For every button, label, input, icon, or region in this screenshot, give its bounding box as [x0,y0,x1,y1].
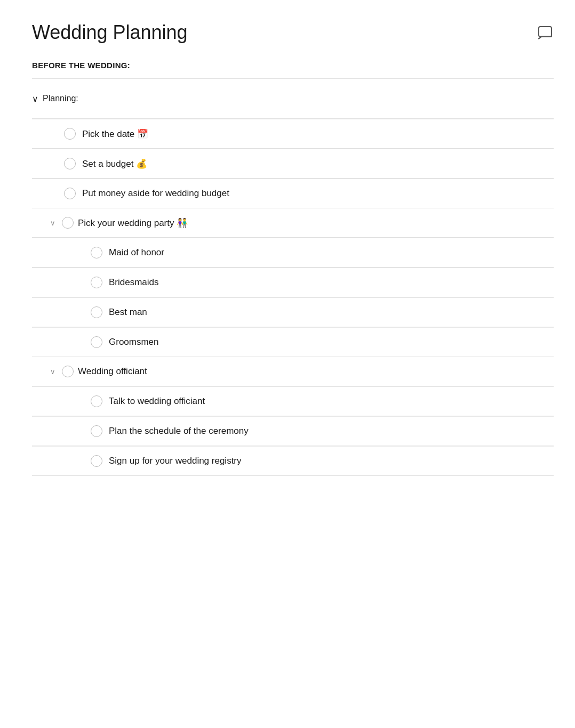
task-checkbox-plan-schedule[interactable] [91,425,102,437]
task-label-wedding-party: Pick your wedding party 👫 [78,217,188,229]
task-maid-of-honor: Maid of honor [32,238,554,267]
svg-rect-0 [539,27,552,37]
task-signup-registry: Sign up for your wedding registry [32,446,554,475]
task-label-bridesmaids: Bridesmaids [109,277,159,288]
page-header: Wedding Planning [32,21,554,44]
task-label-put-money: Put money aside for wedding budget [82,188,229,199]
task-label-talk-officiant: Talk to wedding officiant [109,396,205,407]
task-checkbox-talk-officiant[interactable] [91,395,102,407]
task-checkbox-pick-date[interactable] [64,128,76,140]
comment-icon[interactable] [537,21,554,44]
task-set-budget: Set a budget 💰 [32,149,554,178]
task-label-maid-honor: Maid of honor [109,247,164,258]
task-pick-date: Pick the date 📅 [32,119,554,148]
task-checkbox-best-man[interactable] [91,306,102,318]
task-checkbox-wedding-party[interactable] [62,217,74,229]
section-label-before-wedding: BEFORE THE WEDDING: [32,61,554,70]
task-groomsmen: Groomsmen [32,327,554,357]
task-label-officiant: Wedding officiant [78,366,147,377]
task-checkbox-put-money[interactable] [64,188,76,199]
task-put-money: Put money aside for wedding budget [32,179,554,208]
wedding-party-chevron-icon[interactable]: ∨ [48,219,58,227]
task-checkbox-officiant[interactable] [62,366,74,377]
task-label-groomsmen: Groomsmen [109,337,159,347]
task-best-man: Best man [32,297,554,327]
planning-group: ∨ Planning: Pick the date 📅 Set a budget… [32,79,554,476]
task-wedding-party-group: ∨ Pick your wedding party 👫 Maid of hono… [32,208,554,357]
task-checkbox-groomsmen[interactable] [91,336,102,348]
page-title: Wedding Planning [32,21,188,44]
planning-chevron-icon[interactable]: ∨ [32,94,38,104]
task-checkbox-bridesmaids[interactable] [91,277,102,288]
page-container: Wedding Planning BEFORE THE WEDDING: ∨ P… [0,0,575,497]
task-wedding-party: ∨ Pick your wedding party 👫 [32,208,554,237]
officiant-chevron-icon[interactable]: ∨ [48,368,58,376]
task-label-set-budget: Set a budget 💰 [82,158,147,169]
task-label-signup-registry: Sign up for your wedding registry [109,456,242,466]
planning-group-label: Planning: [43,86,78,111]
task-plan-schedule: Plan the schedule of the ceremony [32,416,554,446]
task-checkbox-maid-honor[interactable] [91,247,102,258]
planning-group-header[interactable]: ∨ Planning: [32,79,554,118]
task-label-plan-schedule: Plan the schedule of the ceremony [109,426,249,436]
divider-signup-registry [32,475,554,476]
task-checkbox-signup-registry[interactable] [91,455,102,467]
task-bridesmaids: Bridesmaids [32,268,554,297]
task-officiant: ∨ Wedding officiant [32,357,554,386]
task-label-best-man: Best man [109,307,147,318]
task-officiant-group: ∨ Wedding officiant Talk to wedding offi… [32,357,554,476]
task-checkbox-set-budget[interactable] [64,158,76,169]
task-label-pick-date: Pick the date 📅 [82,128,148,140]
task-talk-officiant: Talk to wedding officiant [32,386,554,416]
